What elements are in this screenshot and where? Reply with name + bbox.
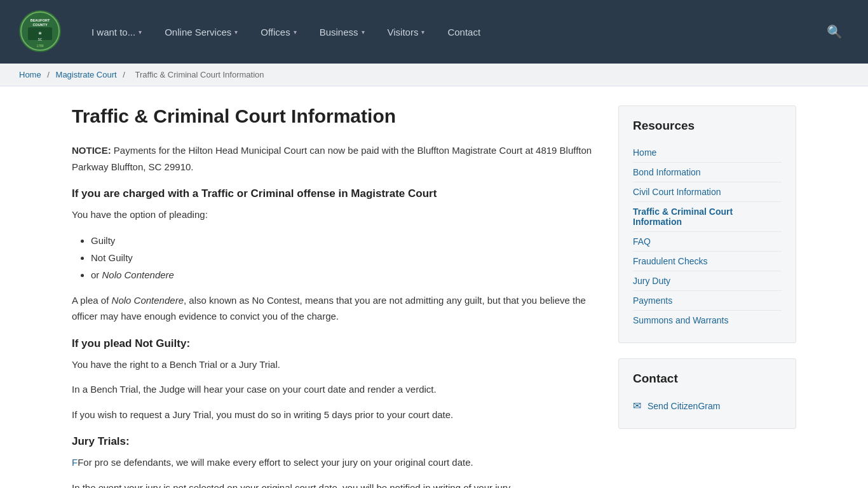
nav-item-contact[interactable]: Contact bbox=[436, 20, 492, 44]
nav-item-visitors[interactable]: Visitors ▾ bbox=[376, 20, 437, 44]
page-content: Traffic & Criminal Court Information NOT… bbox=[53, 105, 815, 488]
list-item: or Nolo Contendere bbox=[91, 266, 593, 283]
contact-row: ✉ Send CitizenGram bbox=[633, 396, 782, 416]
chevron-down-icon: ▾ bbox=[294, 29, 297, 36]
section3-heading: Jury Trials: bbox=[72, 435, 593, 448]
list-item: Guilty bbox=[91, 232, 593, 249]
breadcrumb: Home / Magistrate Court / Traffic & Crim… bbox=[0, 64, 868, 86]
sidebar-link-civil[interactable]: Civil Court Information bbox=[633, 182, 782, 202]
site-header: BEAUFORT COUNTY 🏛 SC 1789 I want to... ▾… bbox=[0, 0, 868, 64]
nav-item-i-want-to[interactable]: I want to... ▾ bbox=[80, 20, 153, 44]
sidebar-link-jury-duty[interactable]: Jury Duty bbox=[633, 271, 782, 291]
envelope-icon: ✉ bbox=[633, 400, 641, 412]
send-citizengram-link[interactable]: Send CitizenGram bbox=[648, 401, 720, 411]
sidebar-link-summons[interactable]: Summons and Warrants bbox=[633, 311, 782, 330]
main-article: Traffic & Criminal Court Information NOT… bbox=[72, 105, 593, 488]
jury-request-text: If you wish to request a Jury Trial, you… bbox=[72, 407, 593, 423]
site-logo[interactable]: BEAUFORT COUNTY 🏛 SC 1789 bbox=[19, 10, 61, 54]
notice-label: NOTICE: bbox=[72, 145, 111, 156]
jury-trial-text2: In the event your jury is not selected o… bbox=[72, 480, 593, 489]
notice-text: Payments for the Hilton Head Municipal C… bbox=[72, 145, 592, 172]
sidebar-link-traffic-criminal[interactable]: Traffic & Criminal Court Information bbox=[633, 202, 782, 232]
nav-item-business[interactable]: Business ▾ bbox=[308, 20, 376, 44]
list-item: Not Guilty bbox=[91, 249, 593, 266]
plea-list: Guilty Not Guilty or Nolo Contendere bbox=[91, 232, 593, 283]
notice-block: NOTICE: Payments for the Hilton Head Mun… bbox=[72, 142, 593, 175]
breadcrumb-separator: / bbox=[47, 70, 51, 79]
breadcrumb-home[interactable]: Home bbox=[19, 70, 41, 79]
section1-intro: You have the option of pleading: bbox=[72, 207, 593, 223]
svg-text:1789: 1789 bbox=[36, 44, 43, 48]
chevron-down-icon: ▾ bbox=[421, 29, 424, 36]
nolo-text: A plea of Nolo Contendere, also known as… bbox=[72, 292, 593, 325]
sidebar: Resources Home Bond Information Civil Co… bbox=[618, 105, 796, 488]
nav-item-offices[interactable]: Offices ▾ bbox=[249, 20, 308, 44]
resources-box: Resources Home Bond Information Civil Co… bbox=[618, 105, 796, 343]
nav-item-online-services[interactable]: Online Services ▾ bbox=[153, 20, 249, 44]
search-icon[interactable]: 🔍 bbox=[820, 18, 849, 46]
breadcrumb-magistrate[interactable]: Magistrate Court bbox=[56, 70, 117, 79]
resources-title: Resources bbox=[633, 119, 782, 133]
page-title: Traffic & Criminal Court Information bbox=[72, 105, 593, 127]
chevron-down-icon: ▾ bbox=[234, 29, 238, 36]
svg-text:🏛: 🏛 bbox=[39, 31, 42, 35]
breadcrumb-current: Traffic & Criminal Court Information bbox=[135, 70, 264, 79]
chevron-down-icon: ▾ bbox=[139, 29, 142, 36]
svg-text:SC: SC bbox=[38, 37, 43, 41]
main-nav: I want to... ▾ Online Services ▾ Offices… bbox=[80, 20, 820, 44]
chevron-down-icon: ▾ bbox=[362, 29, 365, 36]
sidebar-link-payments[interactable]: Payments bbox=[633, 291, 782, 311]
contact-title: Contact bbox=[633, 372, 782, 386]
jury-trial-text1: FFor pro se defendants, we will make eve… bbox=[72, 454, 593, 471]
bench-trial-text: In a Bench Trial, the Judge will hear yo… bbox=[72, 381, 593, 398]
breadcrumb-separator: / bbox=[123, 70, 127, 79]
nolo-italic: Nolo Contendere bbox=[102, 269, 174, 280]
sidebar-link-faq[interactable]: FAQ bbox=[633, 232, 782, 252]
section1-heading: If you are charged with a Traffic or Cri… bbox=[72, 187, 593, 200]
contact-box: Contact ✉ Send CitizenGram bbox=[618, 358, 796, 429]
svg-text:BEAUFORT: BEAUFORT bbox=[31, 18, 50, 22]
sidebar-link-fraudulent[interactable]: Fraudulent Checks bbox=[633, 252, 782, 271]
sidebar-link-bond[interactable]: Bond Information bbox=[633, 163, 782, 182]
sidebar-link-home[interactable]: Home bbox=[633, 143, 782, 163]
section2-text: You have the right to a Bench Trial or a… bbox=[72, 356, 593, 373]
section2-heading: If you plead Not Guilty: bbox=[72, 337, 593, 350]
svg-text:COUNTY: COUNTY bbox=[32, 23, 48, 27]
